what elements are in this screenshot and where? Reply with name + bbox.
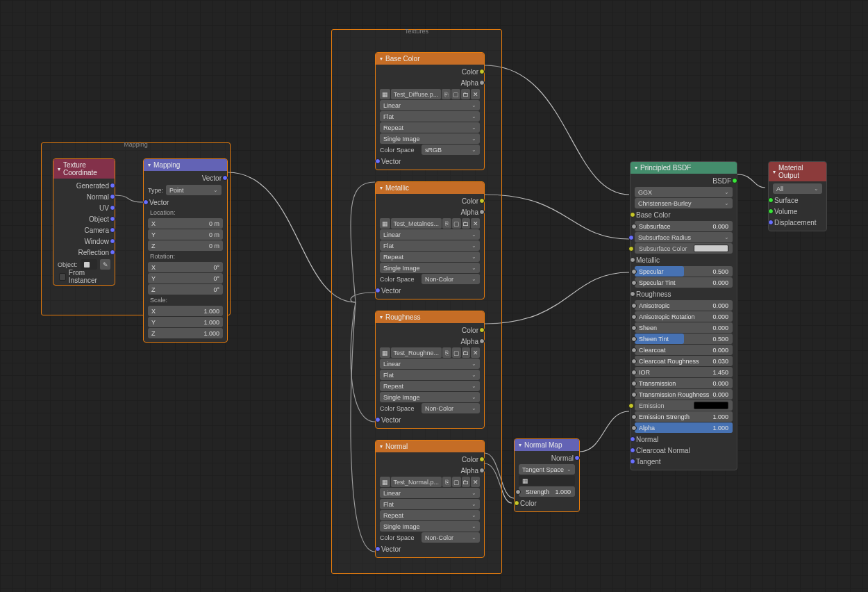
object-field[interactable] [81, 259, 97, 270]
interp-dropdown[interactable]: Linear⌄ [380, 229, 480, 240]
node-header[interactable]: ▾Roughness [376, 311, 484, 323]
from-instancer-toggle[interactable]: From Instancer [56, 271, 112, 282]
out-object[interactable]: Object [56, 213, 112, 224]
collapse-icon[interactable]: ▾ [773, 169, 776, 175]
out-color[interactable]: Color [378, 324, 481, 336]
node-header[interactable]: ▾Material Output [769, 162, 826, 181]
projection-dropdown[interactable]: Flat⌄ [380, 499, 480, 509]
in-specular[interactable]: Specular0.500 [635, 266, 733, 277]
in-roughness[interactable]: Roughness [633, 288, 734, 299]
image-datablock[interactable]: ▦ Test_Metalnes... ⎘ ▢ 🗀 ✕ [380, 218, 480, 229]
projection-dropdown[interactable]: Flat⌄ [380, 370, 480, 380]
image-datablock[interactable]: ▦ Test_Diffuse.p... ⎘ ▢ 🗀 ✕ [380, 89, 480, 99]
extension-dropdown[interactable]: Repeat⌄ [380, 252, 480, 262]
out-color[interactable]: Color [378, 66, 481, 77]
new-icon[interactable]: ▢ [452, 477, 461, 487]
interp-dropdown[interactable]: Linear⌄ [380, 359, 480, 369]
out-generated[interactable]: Generated [56, 180, 112, 191]
in-sheen[interactable]: Sheen0.000 [635, 322, 733, 333]
in-anisotropic-rotation[interactable]: Anisotropic Rotation0.000 [635, 311, 733, 322]
node-material-output[interactable]: ▾Material Output All⌄ Surface Volume Dis… [768, 161, 827, 231]
scl-z[interactable]: Z1.000 [148, 328, 223, 338]
in-anisotropic[interactable]: Anisotropic0.000 [635, 300, 733, 311]
collapse-icon[interactable]: ▾ [635, 165, 637, 171]
in-transmission[interactable]: Transmission0.000 [635, 378, 733, 388]
in-emission[interactable]: Emission [635, 400, 733, 411]
out-normal[interactable]: Normal [517, 452, 576, 463]
unlink-icon[interactable]: ✕ [471, 347, 480, 358]
out-vector[interactable]: Vector [147, 172, 224, 183]
out-color[interactable]: Color [378, 454, 481, 465]
unlink-icon[interactable]: ✕ [471, 89, 480, 99]
in-clearcoat-normal[interactable]: Clearcoat Normal [633, 445, 734, 456]
image-name[interactable]: Test_Roughne... [391, 347, 442, 358]
rot-x[interactable]: X0° [148, 262, 223, 272]
in-vector[interactable]: Vector [378, 543, 481, 554]
image-browse-icon[interactable]: ▦ [380, 477, 390, 487]
extension-dropdown[interactable]: Repeat⌄ [380, 510, 480, 520]
image-browse-icon[interactable]: ▦ [380, 218, 390, 229]
users-icon[interactable]: ⎘ [442, 218, 451, 229]
image-name[interactable]: Test_Normal.p... [391, 477, 442, 487]
open-icon[interactable]: 🗀 [462, 477, 471, 487]
in-transmission-roughness[interactable]: Transmission Roughness0.000 [635, 389, 733, 400]
node-normal-map[interactable]: ▾Normal Map Normal Tangent Space⌄ ▦ Stre… [514, 438, 580, 512]
interp-dropdown[interactable]: Linear⌄ [380, 100, 480, 110]
node-header[interactable]: ▾Normal Map [515, 439, 579, 451]
node-header[interactable]: ▾Metallic [376, 182, 484, 194]
node-mapping[interactable]: ▾ Mapping Vector Type: Point⌄ Vector Loc… [143, 158, 228, 343]
in-specular-tint[interactable]: Specular Tint0.000 [635, 277, 733, 288]
node-header[interactable]: ▾ Texture Coordinate [53, 159, 115, 179]
new-icon[interactable]: ▢ [452, 218, 461, 229]
in-clearcoat-roughness[interactable]: Clearcoat Roughness0.030 [635, 356, 733, 366]
node-header[interactable]: ▾ Mapping [144, 159, 227, 171]
source-dropdown[interactable]: Single Image⌄ [380, 521, 480, 532]
uvmap-field[interactable]: ▦ [519, 475, 575, 486]
scl-y[interactable]: Y1.000 [148, 317, 223, 327]
in-vector[interactable]: Vector [378, 156, 481, 167]
in-sheen-tint[interactable]: Sheen Tint0.500 [635, 334, 733, 344]
node-image-roughness[interactable]: ▾Roughness Color Alpha ▦ Test_Roughne...… [375, 311, 485, 429]
users-icon[interactable]: ⎘ [442, 89, 451, 99]
out-normal[interactable]: Normal [56, 191, 112, 202]
collapse-icon[interactable]: ▾ [380, 56, 383, 62]
collapse-icon[interactable]: ▾ [380, 443, 383, 450]
users-icon[interactable]: ⎘ [442, 347, 451, 358]
in-vector[interactable]: Vector [378, 285, 481, 296]
new-icon[interactable]: ▢ [451, 89, 460, 99]
in-normal[interactable]: Normal [633, 434, 734, 445]
distribution-dropdown[interactable]: GGX⌄ [635, 187, 733, 197]
open-icon[interactable]: 🗀 [462, 347, 471, 358]
source-dropdown[interactable]: Single Image⌄ [380, 392, 480, 402]
colorspace-dropdown[interactable]: Non-Color⌄ [422, 403, 480, 413]
rot-y[interactable]: Y0° [148, 273, 223, 283]
in-clearcoat[interactable]: Clearcoat0.000 [635, 345, 733, 355]
out-alpha[interactable]: Alpha [378, 465, 481, 476]
extension-dropdown[interactable]: Repeat⌄ [380, 122, 480, 133]
in-subsurface-radius[interactable]: Subsurface Radius⌄ [635, 232, 733, 242]
node-image-metallic[interactable]: ▾Metallic Color Alpha ▦ Test_Metalnes...… [375, 181, 485, 299]
node-header[interactable]: ▾Base Color [376, 53, 484, 65]
in-basecolor[interactable]: Base Color [633, 209, 734, 220]
space-dropdown[interactable]: Tangent Space⌄ [519, 464, 575, 475]
projection-dropdown[interactable]: Flat⌄ [380, 240, 480, 251]
unlink-icon[interactable]: ✕ [471, 218, 480, 229]
unlink-icon[interactable]: ✕ [471, 477, 480, 487]
in-alpha[interactable]: Alpha1.000 [635, 422, 733, 433]
image-browse-icon[interactable]: ▦ [380, 89, 390, 99]
out-reflection[interactable]: Reflection [56, 247, 112, 258]
image-datablock[interactable]: ▦ Test_Roughne... ⎘ ▢ 🗀 ✕ [380, 347, 480, 358]
new-icon[interactable]: ▢ [452, 347, 461, 358]
in-surface[interactable]: Surface [771, 195, 824, 206]
out-window[interactable]: Window [56, 236, 112, 247]
colorspace-dropdown[interactable]: sRGB⌄ [422, 145, 480, 155]
collapse-icon[interactable]: ▾ [380, 185, 383, 191]
colorspace-dropdown[interactable]: Non-Color⌄ [422, 532, 480, 543]
source-dropdown[interactable]: Single Image⌄ [380, 263, 480, 273]
loc-x[interactable]: X0 m [148, 218, 223, 229]
node-texture-coordinate[interactable]: ▾ Texture Coordinate Generated Normal UV… [53, 158, 115, 286]
collapse-icon[interactable]: ▾ [519, 442, 521, 448]
users-icon[interactable]: ⎘ [442, 477, 451, 487]
projection-dropdown[interactable]: Flat⌄ [380, 111, 480, 122]
in-displacement[interactable]: Displacement [771, 217, 824, 228]
